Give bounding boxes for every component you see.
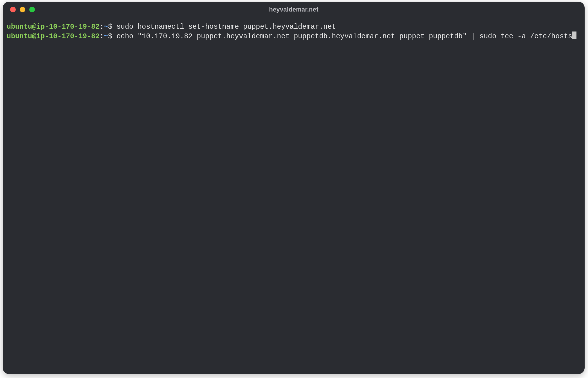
- cursor-icon: [572, 32, 576, 39]
- terminal-line: ubuntu@ip-10-170-19-82:~$ echo "10.170.1…: [7, 32, 576, 40]
- prompt-path: ~: [104, 32, 108, 40]
- terminal-body[interactable]: ubuntu@ip-10-170-19-82:~$ sudo hostnamec…: [3, 17, 585, 374]
- prompt-dollar: $: [108, 32, 116, 40]
- prompt-dollar: $: [108, 23, 116, 31]
- prompt-sep: :: [100, 32, 104, 40]
- terminal-line: ubuntu@ip-10-170-19-82:~$ sudo hostnamec…: [7, 23, 336, 31]
- traffic-lights: [10, 7, 35, 12]
- minimize-icon[interactable]: [20, 7, 25, 12]
- terminal-window: heyvaldemar.net ubuntu@ip-10-170-19-82:~…: [3, 2, 585, 374]
- prompt-user: ubuntu@ip-10-170-19-82: [7, 23, 100, 31]
- zoom-icon[interactable]: [29, 7, 35, 12]
- command-text: sudo hostnamectl set-hostname puppet.hey…: [116, 23, 336, 31]
- titlebar: heyvaldemar.net: [3, 2, 585, 17]
- prompt-sep: :: [100, 23, 104, 31]
- prompt-user: ubuntu@ip-10-170-19-82: [7, 32, 100, 40]
- close-icon[interactable]: [10, 7, 16, 12]
- command-text: echo "10.170.19.82 puppet.heyvaldemar.ne…: [116, 32, 572, 40]
- window-title: heyvaldemar.net: [269, 6, 318, 13]
- prompt-path: ~: [104, 23, 108, 31]
